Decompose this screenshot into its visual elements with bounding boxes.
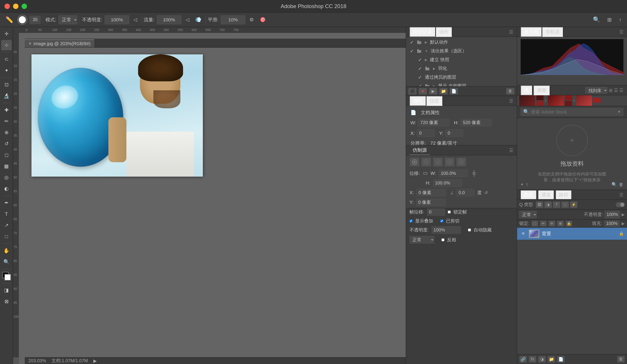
library-dropdown[interactable]: 找到库 — [585, 87, 607, 94]
tab-paths[interactable]: 路径 — [556, 190, 572, 199]
stop-btn[interactable]: ⬛ — [408, 88, 417, 94]
zoom-tool[interactable]: 🔍 — [1, 257, 12, 267]
eraser-tool[interactable]: ◻ — [1, 150, 12, 160]
filter-smart-btn[interactable]: ⚡ — [570, 201, 577, 208]
tab-layers[interactable]: 图层 — [521, 190, 536, 199]
clipped-check[interactable] — [440, 220, 443, 223]
auto-hide-check[interactable] — [468, 228, 471, 231]
new-layer-btn[interactable]: 📄 — [557, 356, 565, 363]
layer-visibility-icon[interactable]: 👁 — [520, 230, 526, 237]
move-tool[interactable]: ✛ — [1, 29, 12, 39]
flow-toggle[interactable]: ◁ — [184, 16, 191, 24]
properties-menu-btn[interactable]: ☰ — [509, 98, 513, 104]
blend-mode-select[interactable]: 正常 — [58, 15, 77, 24]
pen-tool[interactable]: ✒ — [1, 198, 12, 208]
brush-tool-icon[interactable]: ✏️ — [3, 15, 15, 24]
stock-add-btn[interactable]: + — [521, 182, 523, 187]
close-button[interactable] — [4, 3, 10, 9]
text-tool[interactable]: T — [1, 209, 12, 219]
smooth-settings[interactable]: ⚙ — [248, 16, 256, 24]
share-icon[interactable]: ↑ — [617, 16, 624, 24]
add-style-btn[interactable]: fx — [529, 356, 536, 363]
clone-w-input[interactable]: 100.0% — [439, 170, 468, 177]
search-icon[interactable]: 🔍 — [591, 15, 602, 24]
swatch-1[interactable] — [519, 95, 535, 106]
lock-move[interactable]: ✛ — [549, 221, 555, 227]
lock-artboard[interactable]: ⊕ — [557, 221, 564, 227]
flow-input[interactable]: 100% — [157, 15, 181, 24]
opacity-arrow[interactable]: ▶ — [622, 212, 625, 217]
tab-histogram[interactable]: 直方图 — [521, 27, 542, 37]
filter-pixel-btn[interactable]: 🖼 — [536, 201, 543, 208]
path-tool[interactable]: ↗ — [1, 220, 12, 230]
blur-tool[interactable]: ◎ — [1, 172, 12, 183]
new-group-btn[interactable]: 📁 — [548, 356, 555, 363]
clone-opacity-input[interactable]: 100% — [432, 226, 461, 234]
dodge-tool[interactable]: ◐ — [1, 183, 12, 194]
tab-adjustments[interactable]: 调整 — [533, 85, 550, 95]
history-brush-tool[interactable]: ↺ — [1, 139, 12, 149]
eyedropper-tool[interactable]: 🔬 — [1, 91, 12, 101]
lock-all[interactable]: 🔒 — [566, 221, 572, 227]
clone-menu-btn[interactable]: ☰ — [509, 148, 513, 153]
lasso-tool[interactable]: ⊂ — [1, 54, 12, 64]
opacity-toggle[interactable]: ◁ — [132, 16, 139, 24]
fill-arrow[interactable]: ▶ — [622, 221, 625, 226]
shape-tool[interactable]: □ — [1, 231, 12, 242]
history-item-2[interactable]: ✓ ▼ 淡出效果（选区） — [406, 46, 517, 55]
opacity-input[interactable]: 100% — [104, 15, 129, 24]
tab-properties[interactable]: 属性 — [410, 96, 426, 106]
delete-layer-btn[interactable]: 🗑 — [617, 356, 625, 363]
brush-size[interactable]: 35 — [29, 16, 41, 24]
tab-library[interactable]: 库 — [521, 85, 532, 95]
new-set-btn[interactable]: 📁 — [439, 88, 448, 94]
heal-tool[interactable]: ✚ — [1, 105, 12, 115]
height-input[interactable]: 520 像素 — [460, 119, 492, 126]
clone-src-4[interactable] — [445, 157, 455, 167]
lock-checkerboard[interactable]: ⬚ — [531, 221, 538, 227]
smooth-input[interactable]: 10% — [221, 15, 245, 24]
blend-mode-dropdown[interactable]: 正常 — [519, 211, 537, 218]
clone-src-3[interactable] — [433, 157, 443, 167]
hand-tool[interactable]: ✋ — [1, 246, 12, 256]
maximize-button[interactable] — [22, 3, 27, 9]
new-action-btn[interactable]: 📄 — [450, 88, 458, 94]
layers-menu-btn[interactable]: ☰ — [619, 192, 624, 197]
background-color[interactable] — [4, 274, 11, 280]
stock-search-input[interactable] — [531, 109, 616, 115]
gradient-tool[interactable]: ▦ — [1, 161, 12, 172]
brush-preview[interactable] — [17, 15, 27, 25]
lock-frame-check[interactable] — [448, 211, 451, 214]
swatch-s2[interactable] — [536, 101, 544, 106]
invert-check[interactable] — [441, 238, 444, 241]
reset-angle-btn[interactable]: ↺ — [484, 190, 488, 195]
crop-tool[interactable]: ⊡ — [1, 80, 12, 90]
document-tab[interactable]: ✕ image.jpg @ 203%(RGB/8#) — [25, 39, 94, 47]
arrange-icon[interactable]: ⊞ — [605, 16, 614, 24]
clone-frame-input[interactable]: 0 — [427, 208, 445, 216]
history-item-6[interactable]: ✓ ▶ 显示 当前图层 — [406, 82, 517, 86]
canvas-content[interactable] — [25, 48, 406, 357]
tab-actions[interactable]: 动作 — [436, 27, 452, 37]
histogram-menu-btn[interactable]: ☰ — [619, 29, 624, 35]
library-menu-btn[interactable]: ☰ — [619, 88, 624, 93]
history-item-5[interactable]: ✓ 通过拷贝的图层 — [406, 73, 517, 82]
swatch-s5[interactable] — [593, 98, 600, 103]
delete-btn[interactable]: 🗑 — [506, 88, 515, 94]
stamp-tool[interactable]: ⊕ — [1, 127, 12, 138]
minimize-button[interactable] — [13, 3, 18, 9]
fill-input[interactable]: 100% — [604, 221, 620, 227]
swatch-s4[interactable] — [565, 101, 572, 106]
show-overlay-check[interactable] — [410, 220, 413, 223]
clone-x-input[interactable]: 0 像素 — [417, 189, 446, 196]
play-btn[interactable]: ▶ — [429, 88, 437, 94]
swatch-3[interactable] — [576, 95, 592, 106]
record-btn[interactable]: ● — [418, 88, 427, 94]
clone-h-input[interactable]: 100.0% — [433, 179, 462, 187]
lock-brush[interactable]: ✏ — [540, 221, 547, 227]
screen-mode[interactable]: ⊠ — [1, 296, 12, 307]
stock-search-btn[interactable]: 🔍 — [612, 182, 617, 187]
width-input[interactable]: 720 像素 — [418, 119, 449, 126]
swatch-s1[interactable] — [536, 95, 544, 100]
tab-channels[interactable]: 通道 — [538, 190, 554, 199]
